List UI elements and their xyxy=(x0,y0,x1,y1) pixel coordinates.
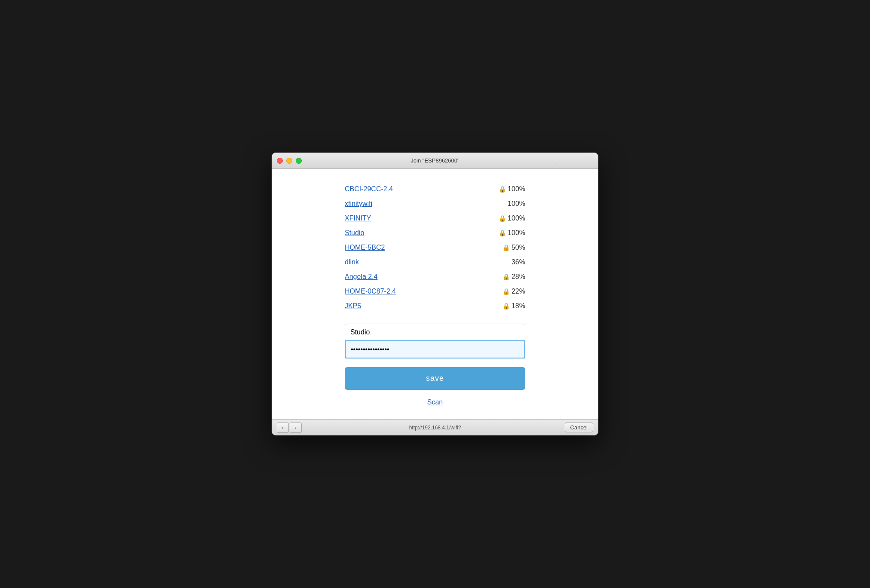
status-url: http://192.168.4.1/wifi? xyxy=(409,425,461,431)
network-name[interactable]: XFINITY xyxy=(345,214,371,222)
network-list: CBCI-29CC-2.4🔒100%xfinitywifi100%XFINITY… xyxy=(345,182,525,313)
back-button[interactable]: ‹ xyxy=(277,423,289,433)
network-signal: 🔒18% xyxy=(487,302,525,310)
network-name[interactable]: dlink xyxy=(345,258,359,266)
nav-buttons: ‹ › xyxy=(277,423,302,433)
lock-icon: 🔒 xyxy=(502,303,510,309)
network-signal: 36% xyxy=(487,258,525,266)
network-item: JKP5🔒18% xyxy=(345,299,525,313)
network-name[interactable]: Angela 2.4 xyxy=(345,273,378,281)
network-signal: 🔒100% xyxy=(487,229,525,237)
network-item: CBCI-29CC-2.4🔒100% xyxy=(345,182,525,196)
network-signal: 🔒100% xyxy=(487,214,525,222)
network-name[interactable]: HOME-0C87-2.4 xyxy=(345,288,396,295)
lock-icon: 🔒 xyxy=(502,288,510,295)
network-item: Angela 2.4🔒28% xyxy=(345,270,525,284)
network-name[interactable]: xfinitywifi xyxy=(345,200,372,208)
network-item: XFINITY🔒100% xyxy=(345,211,525,226)
signal-percent: 100% xyxy=(508,229,525,237)
network-item: HOME-5BC2🔒50% xyxy=(345,240,525,255)
network-signal: 100% xyxy=(487,200,525,208)
signal-percent: 18% xyxy=(512,302,525,310)
network-name[interactable]: HOME-5BC2 xyxy=(345,244,385,251)
minimize-button[interactable] xyxy=(286,158,292,164)
network-signal: 🔒28% xyxy=(487,273,525,281)
titlebar: Join "ESP8962600" xyxy=(272,153,598,169)
password-input[interactable] xyxy=(345,340,525,358)
window-title: Join "ESP8962600" xyxy=(410,157,459,164)
signal-percent: 100% xyxy=(508,185,525,193)
signal-percent: 28% xyxy=(512,273,525,281)
signal-percent: 36% xyxy=(512,258,525,266)
network-name[interactable]: Studio xyxy=(345,229,364,237)
network-signal: 🔒100% xyxy=(487,185,525,193)
network-signal: 🔒50% xyxy=(487,244,525,251)
signal-percent: 22% xyxy=(512,288,525,295)
lock-icon: 🔒 xyxy=(499,186,506,193)
network-name[interactable]: CBCI-29CC-2.4 xyxy=(345,185,393,193)
close-button[interactable] xyxy=(277,158,283,164)
network-item: dlink36% xyxy=(345,255,525,270)
lock-icon: 🔒 xyxy=(502,244,510,251)
cancel-button[interactable]: Cancel xyxy=(565,423,593,432)
traffic-lights xyxy=(277,158,302,164)
save-button[interactable]: save xyxy=(345,367,525,390)
statusbar: ‹ › http://192.168.4.1/wifi? Cancel xyxy=(272,419,598,435)
main-window: Join "ESP8962600" CBCI-29CC-2.4🔒100%xfin… xyxy=(272,153,598,435)
network-name[interactable]: JKP5 xyxy=(345,302,361,310)
lock-icon: 🔒 xyxy=(499,230,506,236)
lock-icon: 🔒 xyxy=(502,273,510,280)
signal-percent: 50% xyxy=(512,244,525,251)
scan-button[interactable]: Scan xyxy=(427,398,443,406)
forward-button[interactable]: › xyxy=(290,423,302,433)
ssid-input[interactable] xyxy=(345,324,525,340)
main-content: CBCI-29CC-2.4🔒100%xfinitywifi100%XFINITY… xyxy=(272,169,598,419)
form-area xyxy=(345,324,525,358)
signal-percent: 100% xyxy=(508,200,525,208)
network-item: Studio🔒100% xyxy=(345,226,525,240)
network-item: xfinitywifi100% xyxy=(345,196,525,211)
network-item: HOME-0C87-2.4🔒22% xyxy=(345,284,525,299)
maximize-button[interactable] xyxy=(296,158,302,164)
network-signal: 🔒22% xyxy=(487,288,525,295)
lock-icon: 🔒 xyxy=(499,215,506,222)
signal-percent: 100% xyxy=(508,214,525,222)
